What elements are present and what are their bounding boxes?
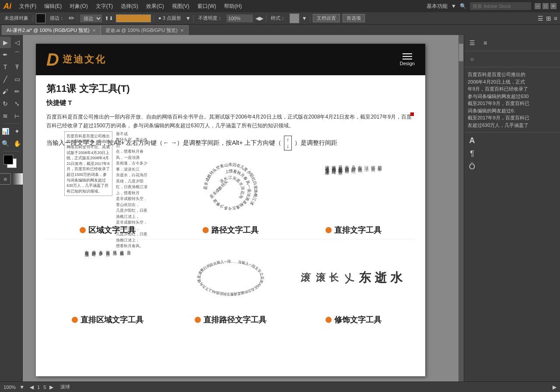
canvas-scrollbar-v[interactable] <box>458 35 464 382</box>
close-button[interactable]: ✕ <box>550 3 556 9</box>
menu-object[interactable]: 对象(O) <box>66 2 91 11</box>
vert-col-4: 青山依旧在 <box>344 162 350 219</box>
right-icon-circle[interactable]: ○ <box>466 53 478 65</box>
vert-col-3: 是非成败转头空 <box>338 162 343 219</box>
hand-tool[interactable]: ✋ <box>11 138 23 149</box>
path-text-visual: 是非成败转头空青山依旧在几度夕阳红白发渔樵江渚 上惯看秋月春风一壶浊酒喜相逢古今… <box>169 158 292 223</box>
line-tool[interactable]: ╱ <box>0 74 11 85</box>
warp-tool[interactable]: ≋ <box>0 110 11 122</box>
curvature-tool[interactable]: ⌒ <box>11 49 23 60</box>
doc-settings-button[interactable]: 文档设置 <box>313 14 340 22</box>
tab-2-label: 逆迪.ai @ 100% (RGB/GPU 预览) <box>105 27 178 34</box>
foreground-color-box[interactable] <box>4 155 13 164</box>
type-tool[interactable]: T <box>0 61 11 73</box>
none-fill-icon[interactable]: ⊘ <box>0 173 11 185</box>
rotate-tool[interactable]: ↻ <box>0 98 11 109</box>
menu-effect[interactable]: 效果(C) <box>143 2 168 11</box>
search-input[interactable] <box>470 2 531 10</box>
opacity-input[interactable] <box>227 14 253 22</box>
svg-text:是非成败转头: 是非成败转头 <box>209 179 229 199</box>
tab-file-1[interactable]: AI-课件2.ai* @ 100% (RGB/GPU 预览) ✕ <box>2 25 101 35</box>
tab-file-2[interactable]: 逆迪.ai @ 100% (RGB/GPU 预览) ✕ <box>101 25 189 35</box>
vert-area-col-4: 依旧在几度 <box>105 247 111 308</box>
vert-col-7: 江渚上 <box>364 162 369 219</box>
stroke-width-select[interactable]: 描边 <box>80 14 102 22</box>
vert-text-cell: 滚滚长江东逝水 浪花淘尽英雄 是非成败转头空 青山依旧在 几度夕阳红 白发渔樵 … <box>292 158 415 235</box>
right-icon-type-O[interactable]: Ö <box>466 161 478 173</box>
touch-type-tool[interactable]: Ŧ <box>11 61 23 73</box>
logo-d: D <box>46 51 59 68</box>
paintbrush-tool[interactable]: 🖌 <box>0 86 11 97</box>
page-separator: 5 <box>43 385 46 390</box>
logo-area: D 逆迪文化 <box>46 51 106 68</box>
right-panel-icon-group-2: ○ <box>464 51 560 67</box>
toolbar-sep-3 <box>154 15 154 22</box>
vert-area-cell: 白发渔樵江渚上 雄几度夕阳红 古今多少事 依旧在几度 风江渚上 非成败转头 青山… <box>46 243 169 325</box>
color-mode-row: ⊘ <box>0 173 23 185</box>
select-tool[interactable]: ▶ <box>0 37 11 48</box>
arrange-icon[interactable]: ☰ <box>538 15 543 22</box>
deco-text-label: 修饰文字工具 <box>326 315 382 325</box>
workspace-label[interactable]: 基本功能 <box>427 3 448 10</box>
right-icon-row-1: ☰ ≡ <box>466 37 558 49</box>
stroke-up-down[interactable]: ⬆⬇ <box>105 15 113 21</box>
menu-file[interactable]: 文件(F) <box>16 2 40 11</box>
point-dropdown[interactable]: ▼ <box>186 15 191 21</box>
direct-select-tool[interactable]: ◁ <box>11 37 23 48</box>
menu-help[interactable]: 帮助(H) <box>220 2 245 11</box>
right-panel: ☰ ≡ ○ 百度百科是百度公司推出的 2006年4月20日上线，正式 年9月，百… <box>464 35 560 382</box>
rect-tool[interactable]: ▭ <box>11 74 23 85</box>
minimize-button[interactable]: ─ <box>535 3 541 9</box>
menu-view[interactable]: 视图(V) <box>168 2 193 11</box>
tab-1-close[interactable]: ✕ <box>92 28 96 33</box>
scale-tool[interactable]: ⤡ <box>11 98 23 109</box>
menu-text[interactable]: 文字(T) <box>92 2 116 11</box>
path-text-label: 路径文字工具 <box>203 225 259 235</box>
tools-grid-row1: 百度百科是百度公司推出的一部内容开放、自由的网络百科全书平台。其测试版于2006… <box>46 158 415 235</box>
area-text-cell: 百度百科是百度公司推出的一部内容开放、自由的网络百科全书平台。其测试版于2006… <box>46 158 169 235</box>
area-text-visual: 百度百科是百度公司推出的一部内容开放、自由的网络百科全书平台。其测试版于2006… <box>46 158 169 223</box>
bottom-play-icon[interactable]: ▶ <box>553 384 556 390</box>
right-panel-type-icons: A ¶ Ö <box>464 133 560 175</box>
opacity-label: 不透明度： <box>196 14 224 22</box>
canvas-area[interactable]: D 逆迪文化 Design 第11课 文字工具(T) 快捷键 T <box>23 35 464 382</box>
layout-icon[interactable]: ⊞ <box>546 15 551 22</box>
vert-path-visual: 当输入一段文字之后按Alt左右方向键是调整字间距按Alt上下方向键是调整行间距当… <box>169 243 292 313</box>
right-icon-layout[interactable]: ≡ <box>479 37 491 49</box>
tab-2-close[interactable]: ✕ <box>180 28 184 33</box>
color-boxes[interactable] <box>4 155 19 171</box>
width-tool[interactable]: ⊢ <box>11 110 23 122</box>
symbol-tool[interactable]: ✦ <box>11 126 23 137</box>
menu-select[interactable]: 选择(S) <box>117 2 142 11</box>
vert-path-label: 直排路径文字工具 <box>195 315 266 325</box>
tool-separator-2 <box>4 151 19 151</box>
page-next[interactable]: ▶ <box>49 384 53 390</box>
menu-edit[interactable]: 编辑(E) <box>41 2 65 11</box>
scrollbar-thumb-v[interactable] <box>459 44 463 61</box>
restore-button[interactable]: □ <box>542 3 549 9</box>
style-dropdown[interactable]: ▼ <box>302 15 307 21</box>
svg-text:当输入一段文字之后按Alt左右方向键是调整字间距按Alt上下: 当输入一段文字之后按Alt左右方向键是调整字间距按Alt上下方向键是调整行间距当… <box>196 247 264 296</box>
toolbar-sep-5 <box>266 15 266 22</box>
gradient-icon[interactable] <box>12 173 23 185</box>
zoom-tool[interactable]: 🔍 <box>0 138 11 149</box>
page-prev[interactable]: ◀ <box>30 384 34 390</box>
opacity-arrows[interactable]: ◀▶ <box>256 15 263 21</box>
menu-extra-icon[interactable]: ≡ <box>554 15 557 22</box>
right-panel-icon-group-1: ☰ ≡ <box>464 35 560 51</box>
arrow-updown-box: ↑ ↓ <box>284 136 292 150</box>
red-marker <box>410 112 414 116</box>
pencil-tool[interactable]: ✏ <box>11 86 23 97</box>
right-icon-type-A[interactable]: A <box>466 134 478 147</box>
graph-tool[interactable]: 📊 <box>0 126 11 137</box>
area-text-box-1: 百度百科是百度公司推出的一部内容开放、自由的网络百科全书平台。其测试版于2006… <box>64 131 112 196</box>
menu-window[interactable]: 窗口(W) <box>194 2 220 11</box>
hamburger-line-2 <box>402 56 412 57</box>
hamburger-menu[interactable]: Design <box>400 53 415 66</box>
pen-tool[interactable]: ✒ <box>0 49 11 60</box>
right-icon-type-para[interactable]: ¶ <box>466 147 478 160</box>
zoom-dropdown[interactable]: ▼ <box>19 384 24 390</box>
fill-color-box[interactable] <box>36 14 46 23</box>
preferences-button[interactable]: 首选项 <box>343 14 365 22</box>
right-icon-arrange[interactable]: ☰ <box>466 37 478 49</box>
